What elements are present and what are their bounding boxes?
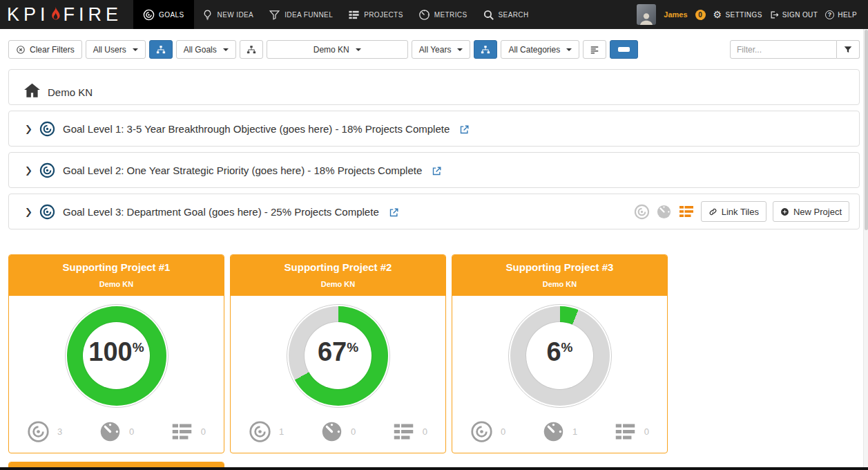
settings-link[interactable]: ⚙ SETTINGS [713,10,762,19]
project-tile-header[interactable]: Supporting Project #3 Demo KN [452,255,667,296]
external-link-icon[interactable] [459,124,470,135]
kn-dropdown[interactable]: Demo KN [267,40,408,59]
nav-item-goals[interactable]: GOALS [133,0,193,29]
nav-label: GOALS [159,11,184,19]
nav-item-new-idea[interactable]: NEW IDEA [194,0,262,29]
goal-label: Goal Level 1: 3-5 Year Breakthrough Obje… [63,123,450,135]
project-tile-header[interactable]: Supporting Project #1 Demo KN [9,255,224,296]
goals-hierarchy-button[interactable] [240,40,263,59]
goal-row-level-2[interactable]: › Goal Level 2: One Year Strategic Prior… [8,152,860,188]
task-bars-icon [392,420,415,443]
project-subtitle: Demo KN [236,281,440,288]
new-project-button[interactable]: New Project [773,201,849,222]
external-link-icon[interactable] [389,207,399,218]
categories-dropdown[interactable]: All Categories [501,40,579,59]
nav-item-projects[interactable]: PROJECTS [340,0,411,29]
goal-target-icon [27,420,50,443]
top-navbar: KPI FIRE GOALS NEW IDEA IDEA FUNNEL PROJ… [0,0,868,29]
nav-label: NEW IDEA [218,11,254,19]
years-dropdown-label: All Years [419,45,452,55]
brand-fire-text: FIRE [64,6,123,24]
project-title[interactable]: Supporting Project #1 [15,262,218,274]
filter-input[interactable] [730,40,837,59]
nav-item-search[interactable]: SEARCH [475,0,537,29]
help-icon: ? [825,10,834,19]
primary-nav: GOALS NEW IDEA IDEA FUNNEL PROJECTS METR… [133,0,537,29]
flame-icon [48,6,63,24]
clear-filters-label: Clear Filters [30,45,75,55]
categories-hierarchy-button[interactable] [474,40,497,59]
filter-apply-button[interactable] [837,40,860,59]
project-tile-3: Supporting Project #3 Demo KN 6 % 0 [452,254,668,453]
link-tiles-button[interactable]: Link Tiles [701,201,766,222]
nav-label: SEARCH [499,11,529,19]
goal-target-icon [39,121,55,137]
gear-icon: ⚙ [713,10,722,19]
brand-logo[interactable]: KPI FIRE [0,0,133,29]
circle-x-icon [16,45,26,55]
align-justify-icon [590,45,599,55]
task-count-stat: 0 [392,420,427,443]
task-count-stat: 0 [171,420,206,443]
kn-title: Demo KN [48,86,93,99]
goal-row-level-1[interactable]: › Goal Level 1: 3-5 Year Breakthrough Ob… [8,111,860,147]
project-tiles-grid: Supporting Project #1 Demo KN 100 % 3 [0,235,868,470]
project-tile-body: 67 % 1 0 0 [231,296,445,453]
sign-out-link[interactable]: SIGN OUT [770,10,818,19]
gauge-icon [542,420,565,443]
goal-row-level-3[interactable]: › Goal Level 3: Department Goal (goes he… [8,194,860,229]
goal-label: Goal Level 3: Department Goal (goes here… [63,206,379,218]
projects-toggle-icon[interactable] [678,203,695,220]
vertical-scrollbar[interactable] [863,29,868,470]
percent-sign: % [347,341,358,354]
list-view-button[interactable] [583,40,606,59]
kn-breadcrumb-card: Demo KN [8,69,860,105]
percent-sign: % [561,341,573,354]
nav-item-idea-funnel[interactable]: IDEA FUNNEL [261,0,340,29]
progress-donut: 67 % [287,304,390,408]
new-project-label: New Project [793,207,842,217]
help-link[interactable]: ? HELP [825,10,857,19]
filter-toolbar: Clear Filters All Users All Goals Demo K… [0,29,868,69]
sitemap-icon [156,45,166,55]
search-icon [483,9,494,21]
project-tile-header[interactable]: Supporting Project #2 Demo KN [231,255,445,296]
goals-dropdown[interactable]: All Goals [176,40,236,59]
nav-item-metrics[interactable]: METRICS [411,0,475,29]
user-avatar[interactable] [637,4,656,25]
goal-target-icon [249,420,271,443]
goals-toggle-icon[interactable] [634,204,650,220]
percent-value: 100 [88,339,132,365]
caret-down-icon [133,48,138,51]
metric-count: 0 [351,426,356,437]
categories-dropdown-label: All Categories [508,45,560,55]
project-title[interactable]: Supporting Project #3 [458,262,662,274]
bottom-edge-bar [0,467,868,470]
goal-count: 3 [57,426,62,437]
metric-count-stat: 0 [99,420,134,443]
project-title[interactable]: Supporting Project #2 [236,262,440,274]
clear-filters-button[interactable]: Clear Filters [8,40,82,59]
users-hierarchy-button[interactable] [149,40,173,59]
gauge-icon [99,420,122,443]
metric-count-stat: 1 [542,420,577,443]
metrics-toggle-icon[interactable] [656,204,672,220]
project-tile-body: 6 % 0 1 0 [452,296,667,453]
users-dropdown[interactable]: All Users [86,40,146,59]
nav-label: METRICS [434,11,467,19]
scrollbar-thumb[interactable] [865,30,868,230]
caret-down-icon [566,48,572,51]
external-link-icon[interactable] [432,166,442,176]
sitemap-icon [247,45,256,55]
metric-count: 1 [572,426,577,437]
user-name[interactable]: James [664,10,687,19]
caret-down-icon [457,48,463,51]
tile-view-button[interactable] [610,40,638,59]
years-dropdown[interactable]: All Years [412,40,471,59]
filter-funnel-icon [843,45,853,55]
gauge-icon [418,9,430,21]
users-dropdown-label: All Users [93,45,126,55]
gauge-icon [320,420,343,443]
goal-target-icon [470,420,493,443]
caret-down-icon [356,48,361,51]
